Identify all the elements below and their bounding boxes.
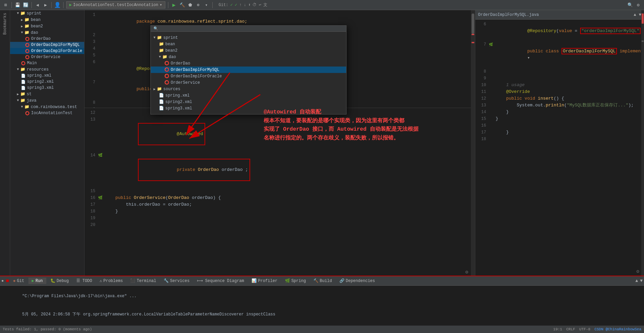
git-down-icon[interactable]: ↓ [244, 3, 246, 7]
save-icon[interactable]: 💾 [15, 2, 21, 8]
tab-sequence[interactable]: ⟼ Sequence Diagram [194, 278, 247, 284]
popup-search-icon[interactable]: 🔍 [153, 26, 158, 31]
sidebar-item-oracle[interactable]: ⭕ OrderDaoImplForOracle [10, 48, 84, 54]
bookmark-icon-1[interactable]: Bookmarks [3, 13, 7, 35]
profiler-tab-icon: 📊 [252, 278, 257, 283]
sidebar-item-main[interactable]: ⭕ Main [10, 60, 84, 66]
popup-tree-bean2[interactable]: 📁 bean2 [151, 47, 346, 54]
right-panel-scrollbar[interactable] [641, 10, 644, 276]
back-icon[interactable]: ◀ [34, 2, 41, 8]
popup-tree-dao[interactable]: ▼ 📁 dao [151, 54, 346, 60]
bottom-panel: ● ■ ◈ Git ▶ Run 🐛 Debug ☰ TODO ⚠ Problem… [0, 276, 644, 333]
sync-icon[interactable]: 🔄 [23, 2, 29, 8]
sidebar-item-sprint[interactable]: ▼ 📁 sprint [10, 10, 84, 17]
search-icon[interactable]: 🔍 [627, 2, 633, 8]
sidebar-item-spring-xml[interactable]: 📄 spring.xml [10, 73, 84, 79]
git-check-icon[interactable]: ✓ [230, 2, 233, 7]
java-orderdao-icon: ⭕ [25, 37, 30, 41]
java-oracle-icon: ⭕ [25, 49, 30, 53]
popup-java-orderservice-icon: ⭕ [164, 80, 169, 85]
grid-icon[interactable]: ⊞ [3, 2, 9, 8]
sidebar-item-test-pkg[interactable]: ▼ 📁 com.rainbowsea.test [10, 104, 84, 110]
tab-debug[interactable]: 🐛 Debug [47, 278, 72, 284]
coverage-icon[interactable]: ⬟ [187, 2, 193, 8]
status-position: 19:1 [553, 327, 562, 331]
console-warn-text-1: 5月 05, 2024 2:06:58 下午 org.springframewo… [22, 312, 276, 317]
main-scrollbar[interactable] [471, 10, 475, 276]
settings-icon[interactable]: ⚙ [635, 2, 641, 8]
sidebar-item-orderservice[interactable]: ⭕ OrderService [10, 54, 84, 60]
right-panel-scroll-thumb [642, 41, 644, 42]
tab-profiler[interactable]: 📊 Profiler [248, 278, 281, 284]
sidebar-item-spring2-xml[interactable]: 📄 spring2.xml [10, 79, 84, 85]
git-translate-icon[interactable]: 文 [263, 2, 267, 8]
bottom-scroll-down[interactable]: ▼ [640, 278, 643, 283]
folder-bean2-icon: 📁 [24, 24, 29, 29]
status-bar: Tests failed: 1, passed: 0 (moments ago)… [0, 326, 644, 333]
popup-tree-mysql[interactable]: ⭕ OrderDaoImplForMySQL [151, 67, 346, 73]
popup-tree-orderservice[interactable]: ⭕ OrderService [151, 79, 346, 86]
panel-scroll-down[interactable]: ▼ [639, 12, 641, 17]
git-up-icon[interactable]: ↑ [239, 3, 242, 7]
build-tab-icon: 🔨 [313, 278, 318, 283]
bottom-stop-icon[interactable]: ■ [6, 278, 9, 284]
popup-tree-resources[interactable]: ▶ 📁 sources [151, 86, 346, 92]
sidebar-item-resources[interactable]: ▼ 📁 resources [10, 66, 84, 73]
git-push-icon[interactable]: ⬆ [248, 2, 251, 7]
sidebar-oracle-label: OrderDaoImplForOracle [31, 49, 82, 53]
bottom-collapse-icon[interactable]: ● [1, 279, 4, 283]
right-panel-title: OrderDaoImplForMySQL.java [478, 12, 539, 17]
tab-spring[interactable]: 🌿 Spring [282, 278, 309, 284]
popup-tree-spring3-xml[interactable]: 📄 spring3.xml [151, 105, 346, 111]
bottom-right-controls: ▲ ▼ [635, 278, 643, 283]
run-button[interactable]: ▶ [171, 2, 177, 8]
popup-tree-spring-xml[interactable]: 📄 spring.xml [151, 92, 346, 99]
hammer-icon[interactable]: 🔨 [179, 2, 185, 8]
popup-tree-sprint[interactable]: ▼ 📁 sprint [151, 34, 346, 41]
run-tab[interactable]: ▶ IocAnnotationTest.testIocAnnotation ▾ [66, 1, 165, 8]
lower-code-editor: 12 13 @Autowired 14 🌿 [85, 108, 475, 230]
right-panel: OrderDaoImplForMySQL.java ▲ ▼ 6 @Reposit… [475, 10, 644, 276]
tab-todo[interactable]: ☰ TODO [73, 278, 96, 284]
tab-problems[interactable]: ⚠ Problems [96, 278, 126, 284]
sidebar-item-bean2[interactable]: ▶ 📁 bean2 [10, 23, 84, 29]
tab-terminal[interactable]: ⬛ Terminal [127, 278, 160, 284]
right-panel-collapse[interactable]: ▾ [527, 55, 530, 60]
sidebar-bean-label: bean [31, 18, 41, 22]
run-tab-dropdown[interactable]: ▾ [160, 2, 162, 7]
git-history-icon[interactable]: ⏱ [253, 2, 257, 7]
sidebar-item-java[interactable]: ▼ 📁 java [10, 97, 84, 104]
sidebar-item-orderdao[interactable]: ⭕ OrderDao [10, 36, 84, 42]
tab-git[interactable]: ◈ Git [10, 278, 28, 284]
sidebar-st-label: st [27, 92, 31, 97]
dropdown-icon[interactable]: ▾ [204, 2, 210, 8]
popup-tree-spring2-xml[interactable]: 📄 spring2.xml [151, 99, 346, 105]
tab-dependencies[interactable]: 🔗 Dependencies [336, 278, 378, 284]
panel-scroll-up[interactable]: ▲ [634, 12, 636, 17]
popup-tree-oracle[interactable]: ⭕ OrderDaoImplForOracle [151, 73, 346, 79]
sidebar-item-dao[interactable]: ▼ 📁 dao [10, 29, 84, 36]
sidebar-item-ioc-test[interactable]: ⭕ IocAnnotationTest [10, 110, 84, 116]
sidebar-item-bean[interactable]: ▶ 📁 bean [10, 17, 84, 23]
git-revert-icon[interactable]: ↩ [259, 2, 261, 7]
code-settings-icon[interactable]: ⚙ [466, 269, 468, 275]
more-run-icon[interactable]: ⊕ [195, 2, 201, 8]
forward-icon[interactable]: ▶ [43, 2, 49, 8]
bottom-scroll-up[interactable]: ▲ [635, 278, 638, 283]
tab-services[interactable]: 🔧 Services [160, 278, 193, 284]
sidebar-item-mysql[interactable]: ⭕ OrderDaoImplForMySQL [10, 42, 84, 48]
sidebar-item-st[interactable]: ▶ 📁 st [10, 91, 84, 97]
popup-tree-orderdao[interactable]: ⭕ OrderDao [151, 60, 346, 67]
right-settings-icon[interactable]: ⚙ [637, 268, 639, 274]
chevron-right-icon-2: ▶ [21, 24, 23, 28]
right-line-12: 12 public void insert() { [475, 95, 644, 102]
tab-run[interactable]: ▶ Run [28, 278, 46, 284]
tab-build[interactable]: 🔨 Build [310, 278, 335, 284]
run-config-icon[interactable]: 👤 [54, 2, 61, 8]
profiler-tab-label: Profiler [258, 279, 278, 283]
popup-tree-bean[interactable]: 📁 bean [151, 41, 346, 47]
popup-resources-label: sources [163, 87, 180, 92]
git-check2-icon[interactable]: ✓ [235, 2, 237, 7]
sidebar-item-spring3-xml[interactable]: 📄 spring3.xml [10, 85, 84, 91]
toolbar-sep-1 [11, 2, 12, 8]
